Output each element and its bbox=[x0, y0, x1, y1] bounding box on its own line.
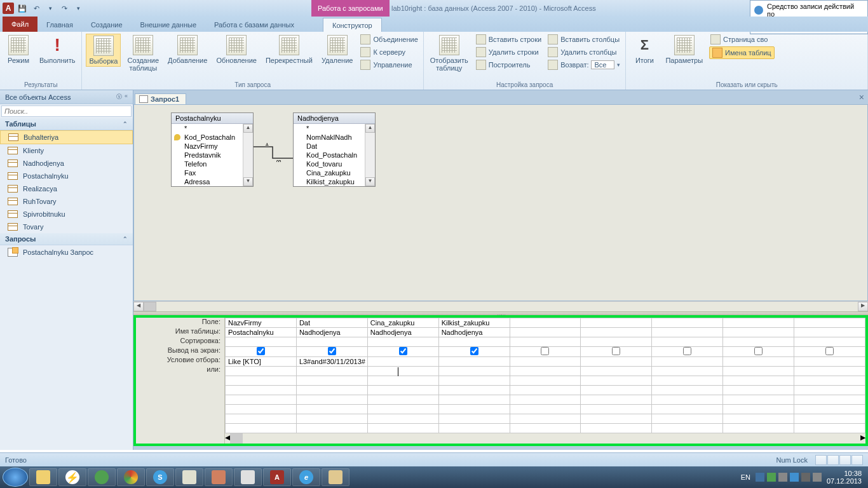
view-design-icon[interactable] bbox=[839, 455, 851, 465]
tray-icon[interactable] bbox=[790, 473, 799, 482]
grid-cell[interactable] bbox=[652, 318, 723, 328]
undo-icon[interactable]: ↶ bbox=[31, 3, 42, 14]
grid-cell[interactable] bbox=[510, 337, 581, 347]
tab-file[interactable]: Файл bbox=[3, 17, 37, 32]
fieldlist-item[interactable]: * bbox=[294, 124, 375, 133]
fieldlist-item[interactable]: Predstavnik bbox=[172, 151, 253, 159]
fieldlist-postachalnyku[interactable]: Postachalnyku *Kod_PostachalnNazvFirmyPr… bbox=[171, 112, 254, 187]
grid-cell[interactable] bbox=[581, 337, 652, 347]
grid-cell[interactable] bbox=[652, 347, 723, 357]
grid-cell[interactable] bbox=[794, 337, 865, 347]
fieldlist-item[interactable]: NazvFirmy bbox=[172, 142, 253, 151]
nav-search-input[interactable] bbox=[1, 105, 132, 117]
nav-query-item[interactable]: Postachalnyku Запрос bbox=[0, 245, 133, 259]
select-query-button[interactable]: Выборка bbox=[86, 34, 121, 67]
show-checkbox[interactable] bbox=[257, 347, 265, 355]
grid-cell[interactable] bbox=[226, 347, 297, 357]
delete-button[interactable]: Удаление bbox=[319, 34, 356, 65]
nav-section-queries[interactable]: Запросы⌃ bbox=[0, 233, 133, 245]
update-button[interactable]: Обновление bbox=[214, 34, 259, 65]
grid-cell[interactable] bbox=[581, 328, 652, 337]
grid-cell[interactable] bbox=[652, 376, 723, 386]
grid-cell[interactable] bbox=[226, 337, 297, 347]
taskbar-app5[interactable] bbox=[322, 468, 349, 486]
grid-cell[interactable] bbox=[226, 405, 297, 414]
grid-cell[interactable]: Kilkist_zakupku bbox=[438, 318, 510, 328]
design-hscroll[interactable]: ◀▶ bbox=[133, 301, 868, 311]
deleterows-button[interactable]: Удалить строки bbox=[475, 46, 543, 58]
append-button[interactable]: Добавление bbox=[165, 34, 210, 65]
tab-create[interactable]: Создание bbox=[82, 18, 132, 32]
view-button[interactable]: Режим bbox=[4, 34, 33, 65]
grid-columns[interactable]: NazvFirmyDatCina_zakupkuKilkist_zakupkuP… bbox=[225, 318, 865, 444]
grid-cell[interactable] bbox=[226, 386, 297, 395]
grid-cell[interactable] bbox=[510, 405, 581, 414]
show-checkbox[interactable] bbox=[541, 347, 549, 355]
grid-cell[interactable] bbox=[794, 318, 865, 328]
grid-cell[interactable] bbox=[510, 424, 581, 433]
collapse-icon[interactable]: ⌃ bbox=[123, 236, 128, 242]
grid-cell[interactable] bbox=[794, 424, 865, 433]
tab-home[interactable]: Главная bbox=[37, 18, 82, 32]
show-checkbox[interactable] bbox=[825, 347, 834, 355]
tray-icon[interactable] bbox=[801, 473, 810, 482]
grid-cell[interactable]: Nadhodjenya bbox=[438, 328, 510, 337]
nav-table-item[interactable]: RuhTovary bbox=[0, 195, 133, 208]
grid-cell[interactable] bbox=[652, 424, 723, 433]
grid-cell[interactable]: Dat bbox=[296, 318, 367, 328]
grid-cell[interactable] bbox=[296, 414, 367, 424]
grid-cell[interactable] bbox=[794, 367, 865, 376]
grid-cell[interactable] bbox=[581, 347, 652, 357]
grid-cell[interactable] bbox=[723, 347, 794, 357]
grid-cell[interactable] bbox=[652, 395, 723, 405]
run-button[interactable]: !Выполнить bbox=[37, 34, 78, 65]
grid-cell[interactable] bbox=[581, 357, 652, 367]
grid-cell[interactable] bbox=[723, 405, 794, 414]
fieldlist-item[interactable]: Dat bbox=[294, 142, 375, 151]
totals-button[interactable]: ΣИтоги bbox=[630, 34, 659, 65]
redo-icon[interactable]: ↷ bbox=[58, 3, 70, 14]
grid-cell[interactable] bbox=[367, 367, 438, 376]
nav-table-item[interactable]: Tovary bbox=[0, 220, 133, 233]
grid-cell[interactable] bbox=[367, 414, 438, 424]
tray-volume-icon[interactable] bbox=[813, 473, 822, 482]
grid-cell[interactable] bbox=[794, 347, 865, 357]
params-button[interactable]: Параметры bbox=[663, 34, 705, 65]
taskbar-app2[interactable] bbox=[175, 468, 203, 486]
grid-cell[interactable] bbox=[581, 424, 652, 433]
grid-cell[interactable] bbox=[438, 357, 510, 367]
grid-cell[interactable] bbox=[510, 357, 581, 367]
grid-cell[interactable] bbox=[510, 376, 581, 386]
view-other-icon[interactable] bbox=[851, 455, 863, 465]
show-checkbox[interactable] bbox=[612, 347, 620, 355]
grid-cell[interactable] bbox=[296, 367, 367, 376]
grid-cell[interactable] bbox=[226, 367, 297, 376]
grid-cell[interactable] bbox=[652, 357, 723, 367]
grid-cell[interactable]: Nadhodjenya bbox=[367, 328, 438, 337]
grid-cell[interactable] bbox=[794, 414, 865, 424]
showtable-button[interactable]: Отобразить таблицу bbox=[428, 34, 471, 73]
tab-dbtools[interactable]: Работа с базами данных bbox=[205, 18, 303, 32]
grid-cell[interactable] bbox=[652, 405, 723, 414]
grid-cell[interactable]: Like [KTO] bbox=[226, 357, 297, 367]
grid-cell[interactable] bbox=[226, 424, 297, 433]
grid-cell[interactable] bbox=[438, 386, 510, 395]
grid-cell[interactable] bbox=[723, 337, 794, 347]
nav-table-item[interactable]: Realizacya bbox=[0, 182, 133, 195]
taskbar-app3[interactable] bbox=[205, 468, 233, 486]
grid-cell[interactable] bbox=[652, 386, 723, 395]
grid-cell[interactable] bbox=[367, 357, 438, 367]
fieldlist-item[interactable]: Telefon bbox=[172, 159, 253, 168]
grid-cell[interactable] bbox=[652, 328, 723, 337]
grid-hscroll[interactable]: ◀▶ bbox=[225, 433, 865, 444]
fieldlist-item[interactable]: Kod_Postachaln bbox=[294, 151, 375, 159]
grid-cell[interactable] bbox=[723, 395, 794, 405]
tray-clock[interactable]: 10:38 07.12.2013 bbox=[827, 470, 865, 485]
grid-cell[interactable] bbox=[367, 386, 438, 395]
deletecols-button[interactable]: Удалить столбцы bbox=[546, 46, 621, 58]
grid-cell[interactable] bbox=[438, 337, 510, 347]
grid-cell[interactable] bbox=[438, 424, 510, 433]
taskbar-chrome[interactable] bbox=[117, 468, 145, 486]
tablenames-button[interactable]: Имена таблиц bbox=[709, 46, 775, 59]
fieldlist-item[interactable]: Kod_tovaru bbox=[294, 159, 375, 168]
